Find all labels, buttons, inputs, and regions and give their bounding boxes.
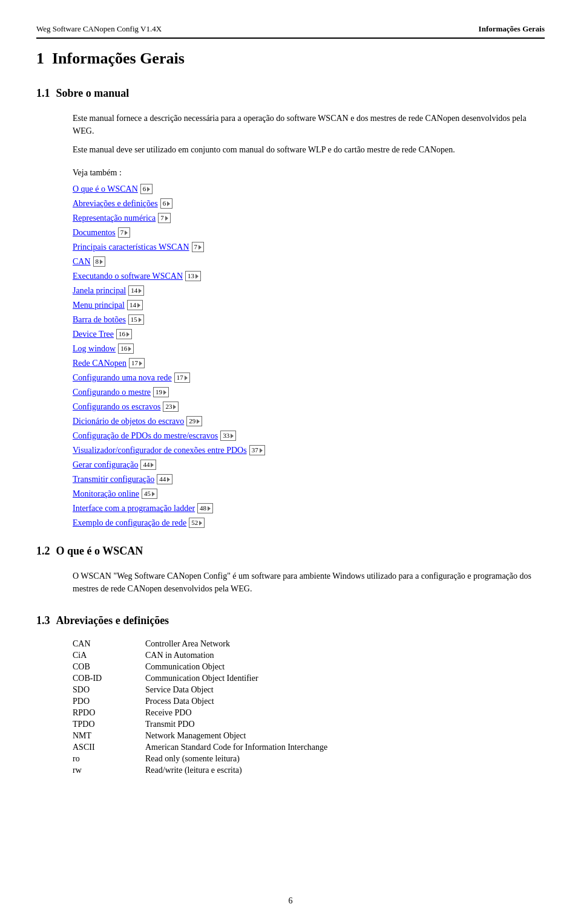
toc-item: Executando o software WSCAN13 [73, 270, 545, 282]
abbr-def: Controller Area Network [145, 639, 545, 649]
abbr-def: American Standard Code for Information I… [145, 743, 545, 752]
toc-link[interactable]: Barra de botões [73, 313, 126, 326]
toc-item: Dicionário de objetos do escravo29 [73, 415, 545, 428]
toc-label: Veja também : [73, 168, 545, 178]
abbr-term: CiA [73, 651, 133, 660]
section-1-1-title: Sobre o manual [56, 87, 130, 100]
toc-link[interactable]: CAN [73, 255, 91, 268]
toc-page-badge: 23 [163, 402, 179, 412]
toc-item: Rede CANopen17 [73, 357, 545, 369]
toc-page-badge: 6 [140, 184, 153, 194]
abbr-term: ASCII [73, 743, 133, 752]
toc-item: Gerar configuração44 [73, 458, 545, 471]
toc-link[interactable]: Transmitir configuração [73, 473, 154, 486]
toc-page-badge: 6 [160, 198, 173, 209]
abbr-def: CAN in Automation [145, 651, 545, 660]
toc-link[interactable]: Configurando o mestre [73, 386, 151, 399]
toc-page-badge: 37 [249, 445, 265, 455]
toc-item: Configurando o mestre19 [73, 386, 545, 399]
toc-item: Abreviações e definições6 [73, 197, 545, 210]
toc-link[interactable]: Documentos [73, 226, 116, 239]
section-1-1: 1.1 Sobre o manual Este manual fornece a… [36, 82, 545, 156]
toc-link[interactable]: Representação numérica [73, 212, 156, 224]
toc-item: Principais características WSCAN7 [73, 241, 545, 253]
page-container: Weg Software CANopen Config V1.4X Inform… [0, 0, 581, 924]
toc-link[interactable]: Executando o software WSCAN [73, 270, 183, 282]
toc-list: O que é o WSCAN6Abreviações e definições… [73, 183, 545, 529]
section-1-1-para1: Este manual fornece a descrição necessár… [73, 112, 545, 137]
toc-page-badge: 33 [220, 431, 236, 441]
abbr-term: ro [73, 754, 133, 764]
toc-page-badge: 44 [140, 460, 156, 470]
toc-item: Visualizador/configurador de conexões en… [73, 444, 545, 457]
abbr-term: NMT [73, 731, 133, 741]
toc-link[interactable]: Gerar configuração [73, 458, 138, 471]
abbr-def: Receive PDO [145, 708, 545, 718]
toc-link[interactable]: Abreviações e definições [73, 197, 158, 210]
toc-item: Janela principal14 [73, 284, 545, 297]
toc-link[interactable]: Janela principal [73, 284, 126, 297]
toc-link[interactable]: Configurando uma nova rede [73, 371, 172, 384]
toc-link[interactable]: Monitoração online [73, 487, 139, 500]
toc-page-badge: 8 [93, 256, 106, 267]
toc-page-badge: 7 [118, 227, 131, 238]
toc-item: Configurando os escravos23 [73, 400, 545, 413]
toc-item: Menu principal14 [73, 299, 545, 311]
abbr-def: Read/write (leitura e escrita) [145, 766, 545, 775]
toc-page-badge: 13 [185, 271, 201, 281]
toc-link[interactable]: Visualizador/configurador de conexões en… [73, 444, 247, 457]
abbr-def: Service Data Object [145, 685, 545, 695]
toc-page-badge: 17 [129, 358, 145, 368]
section-1-2: 1.2 O que é o WSCAN O WSCAN "Weg Softwar… [36, 540, 545, 595]
toc-page-badge: 14 [127, 300, 143, 310]
header-left: Weg Software CANopen Config V1.4X [36, 24, 162, 34]
toc-item: CAN8 [73, 255, 545, 268]
toc-link[interactable]: Dicionário de objetos do escravo [73, 415, 184, 428]
toc-link[interactable]: Menu principal [73, 299, 125, 311]
toc-page-badge: 17 [174, 373, 190, 383]
toc-link[interactable]: Principais características WSCAN [73, 241, 189, 253]
toc-page-badge: 19 [153, 387, 169, 397]
toc-item: Representação numérica7 [73, 212, 545, 224]
toc-link[interactable]: Exemplo de configuração de rede [73, 516, 186, 529]
toc-page-badge: 16 [116, 329, 132, 339]
toc-link[interactable]: Rede CANopen [73, 357, 126, 369]
toc-page-badge: 52 [189, 518, 205, 528]
toc-page-badge: 15 [128, 314, 144, 325]
abbr-term: SDO [73, 685, 133, 695]
abbr-term: CAN [73, 639, 133, 649]
toc-page-badge: 44 [157, 474, 172, 484]
toc-item: Log window16 [73, 342, 545, 355]
toc-item: Exemplo de configuração de rede52 [73, 516, 545, 529]
toc-link[interactable]: Configuração de PDOs do mestre/escravos [73, 429, 218, 442]
chapter-number: 1 [36, 50, 44, 67]
abbr-term: COB [73, 662, 133, 672]
abbr-def: Transmit PDO [145, 720, 545, 729]
chapter-title-text: Informações Gerais [52, 50, 185, 67]
abbr-term: RPDO [73, 708, 133, 718]
section-1-3: 1.3 Abreviações e definições CANControll… [36, 610, 545, 775]
toc-item: Barra de botões15 [73, 313, 545, 326]
toc-block: Veja também : O que é o WSCAN6Abreviaçõe… [73, 168, 545, 529]
toc-item: Transmitir configuração44 [73, 473, 545, 486]
abbr-def: Read only (somente leitura) [145, 754, 545, 764]
abbr-def: Network Management Object [145, 731, 545, 741]
toc-item: Documentos7 [73, 226, 545, 239]
header-right: Informações Gerais [479, 24, 545, 34]
section-1-2-title: O que é o WSCAN [56, 545, 143, 558]
toc-page-badge: 16 [118, 343, 134, 354]
section-1-3-title: Abreviações e definições [56, 614, 169, 627]
toc-link[interactable]: Interface com a programação ladder [73, 502, 195, 515]
abbr-table: CANController Area NetworkCiACAN in Auto… [73, 639, 545, 775]
section-1-2-body: O WSCAN "Weg Software CANopen Config" é … [73, 570, 545, 595]
abbr-def: Communication Object Identifier [145, 674, 545, 683]
toc-link[interactable]: Log window [73, 342, 116, 355]
toc-link[interactable]: O que é o WSCAN [73, 183, 138, 195]
abbr-term: COB-ID [73, 674, 133, 683]
section-1-3-number: 1.3 [36, 614, 50, 627]
section-1-1-body: Este manual fornece a descrição necessár… [73, 112, 545, 156]
toc-page-badge: 45 [142, 489, 157, 499]
toc-item: Configurando uma nova rede17 [73, 371, 545, 384]
toc-link[interactable]: Device Tree [73, 328, 114, 340]
toc-link[interactable]: Configurando os escravos [73, 400, 160, 413]
